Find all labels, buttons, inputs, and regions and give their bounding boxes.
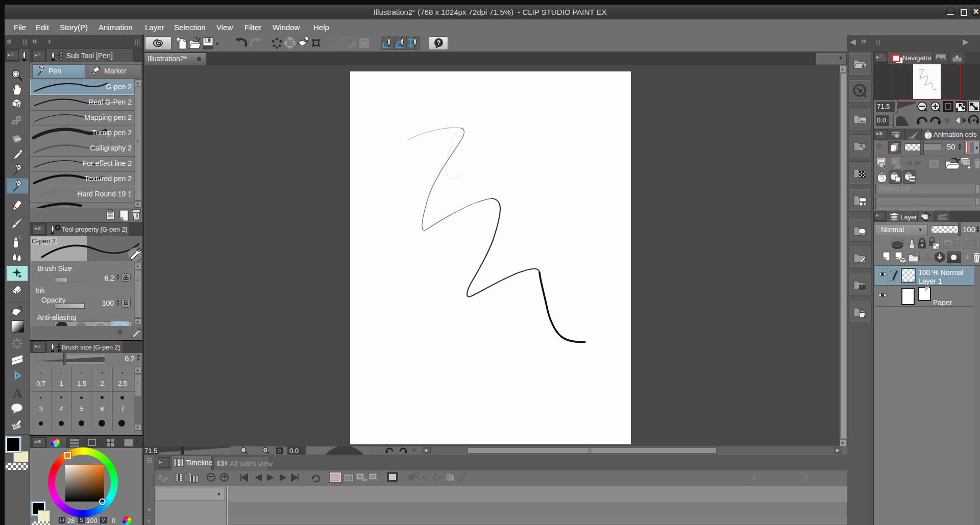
svg-text:?: ? — [437, 39, 440, 46]
